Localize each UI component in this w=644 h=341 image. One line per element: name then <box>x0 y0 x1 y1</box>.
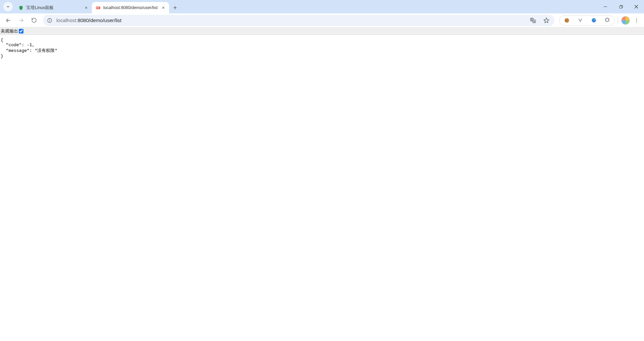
bookmark-button[interactable] <box>542 16 551 25</box>
extension-v-button[interactable] <box>576 16 585 25</box>
svg-rect-3 <box>96 7 97 8</box>
browser-toolbar: localhost:8080/demo/user/list <box>0 13 644 27</box>
svg-marker-21 <box>544 18 549 22</box>
tab-title: localhost:8080/demo/user/list <box>103 5 158 10</box>
svg-point-24 <box>567 20 568 20</box>
window-minimize-button[interactable] <box>598 0 613 13</box>
arrow-left-icon <box>5 17 11 23</box>
svg-point-33 <box>636 21 637 22</box>
svg-rect-5 <box>98 7 99 8</box>
globe-icon <box>591 17 597 23</box>
puzzle-icon <box>604 17 610 23</box>
svg-rect-11 <box>620 6 622 8</box>
svg-point-23 <box>566 19 567 20</box>
address-bar[interactable]: localhost:8080/demo/user/list <box>43 15 554 26</box>
svg-marker-27 <box>578 18 582 22</box>
tab-baota[interactable]: 宝塔Linux面板 <box>15 2 92 13</box>
info-icon <box>47 18 52 23</box>
svg-point-29 <box>592 19 594 20</box>
tab-title: 宝塔Linux面板 <box>26 5 80 11</box>
svg-rect-4 <box>97 7 98 8</box>
window-close-button[interactable] <box>629 0 644 13</box>
url-text: localhost:8080/demo/user/list <box>56 17 525 23</box>
svg-point-26 <box>566 20 566 21</box>
window-controls <box>598 0 644 13</box>
search-tabs-button[interactable] <box>3 2 13 11</box>
forward-button[interactable] <box>15 15 27 26</box>
svg-point-32 <box>636 20 637 20</box>
maximize-icon <box>619 5 623 9</box>
cookie-icon <box>564 17 570 23</box>
url-host: localhost: <box>56 17 77 23</box>
close-icon <box>85 6 88 9</box>
url-path: 8080/demo/user/list <box>77 17 121 23</box>
close-icon <box>634 5 638 9</box>
reload-icon <box>31 17 37 23</box>
svg-point-25 <box>566 21 567 21</box>
reload-button[interactable] <box>28 15 40 26</box>
pretty-print-label: 美观输出 <box>1 28 18 34</box>
translate-icon <box>530 17 536 23</box>
new-tab-button[interactable] <box>170 3 180 12</box>
chevron-down-icon <box>6 5 10 9</box>
window-maximize-button[interactable] <box>613 0 629 13</box>
translate-button[interactable] <box>528 16 538 25</box>
kebab-icon <box>634 18 639 23</box>
tab-close-button[interactable] <box>83 5 89 11</box>
extension-cookie-button[interactable] <box>562 16 572 25</box>
arrow-right-icon <box>18 17 24 23</box>
profile-avatar[interactable] <box>621 16 630 25</box>
json-response-body: { "code": -1, "message": "没有权限" } <box>0 35 644 61</box>
svg-point-28 <box>592 18 596 22</box>
close-icon <box>162 6 165 9</box>
json-icon <box>95 5 101 10</box>
pretty-print-checkbox[interactable] <box>19 29 23 33</box>
back-button[interactable] <box>3 15 14 26</box>
v-icon <box>578 18 583 23</box>
pretty-print-toggle[interactable]: 美观输出 <box>1 28 23 34</box>
browser-menu-button[interactable] <box>632 16 641 25</box>
plus-icon <box>173 5 177 10</box>
toolbar-divider <box>618 17 618 24</box>
svg-point-22 <box>565 18 569 23</box>
tab-close-button[interactable] <box>160 5 166 11</box>
tab-localhost[interactable]: localhost:8080/demo/user/list <box>92 2 169 13</box>
svg-point-30 <box>594 20 595 21</box>
svg-point-18 <box>50 19 50 20</box>
site-info-button[interactable] <box>46 17 53 24</box>
shield-icon <box>18 5 23 10</box>
minimize-icon <box>603 5 607 9</box>
extensions-group <box>559 15 615 25</box>
star-icon <box>543 17 549 23</box>
browser-titlebar: 宝塔Linux面板 localhost:8080/demo/user/list <box>0 0 644 13</box>
extensions-button[interactable] <box>602 16 612 25</box>
svg-point-31 <box>636 18 637 19</box>
extension-globe-button[interactable] <box>589 16 598 25</box>
json-pretty-bar: 美观输出 <box>0 27 644 35</box>
